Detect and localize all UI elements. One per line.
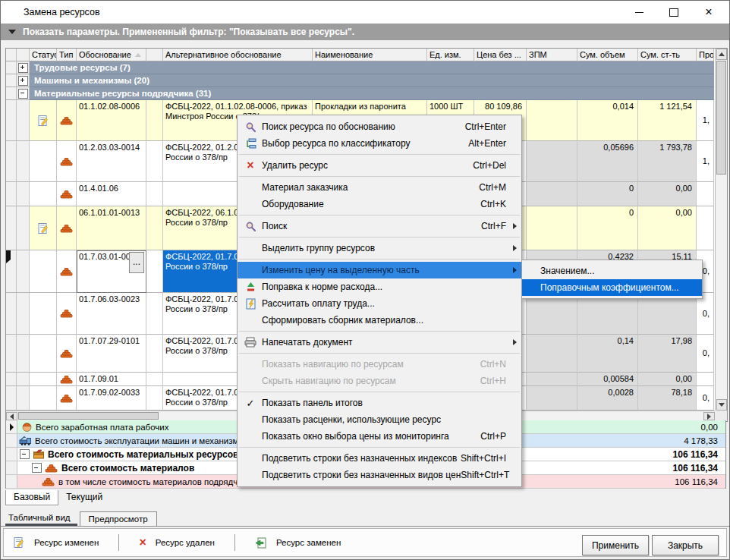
cell-code[interactable]: 01.7.06.03-0023 bbox=[77, 293, 146, 335]
menu-item-show-monitoring-price-window[interactable]: Показать окно выбора цены из мониторинга… bbox=[238, 428, 521, 445]
menu-item-select-group[interactable]: Выделить группу ресурсов bbox=[238, 240, 521, 256]
group-label: Материальные ресурсы подрядчика (31) bbox=[30, 87, 714, 100]
group-row-machines[interactable]: Машины и механизмы (20) bbox=[6, 74, 714, 87]
cell-code[interactable]: 01.7.07.29-0101 bbox=[77, 335, 146, 373]
submenu-item-by-value[interactable]: Значением... bbox=[522, 263, 702, 279]
maximize-button[interactable] bbox=[656, 1, 691, 24]
tab-table-view[interactable]: Табличный вид bbox=[5, 510, 77, 526]
resource-modified-icon bbox=[37, 115, 49, 127]
close-dialog-button[interactable]: Закрыть bbox=[652, 535, 719, 555]
submenu-item-by-coefficient[interactable]: Поправочным коэффициентом... bbox=[522, 279, 702, 296]
menu-item-equipment[interactable]: Оборудование Ctrl+K bbox=[238, 196, 521, 212]
machine-icon bbox=[19, 436, 32, 445]
menu-item-search[interactable]: Поиск Ctrl+F bbox=[238, 218, 521, 234]
cell-code[interactable]: 01.7.09.02-0033 bbox=[77, 386, 146, 411]
cell-cost[interactable]: 0,00 bbox=[638, 182, 697, 206]
submenu-arrow-icon bbox=[513, 223, 517, 229]
ellipsis-button[interactable]: ... bbox=[129, 252, 144, 273]
cell-cost[interactable]: 78,18 bbox=[638, 386, 697, 411]
menu-separator bbox=[238, 212, 521, 218]
cell-cost[interactable]: 1 793,78 bbox=[638, 141, 697, 182]
cell-percent[interactable]: 1, bbox=[697, 100, 714, 141]
cell-code[interactable]: 01.1.02.08-0006 bbox=[77, 100, 146, 141]
tab-current[interactable]: Текущий bbox=[58, 490, 110, 505]
cell-volume[interactable]: 0,014 bbox=[577, 100, 638, 141]
cell-percent[interactable]: 0, bbox=[697, 293, 714, 335]
cell-percent[interactable] bbox=[697, 373, 714, 386]
group-row-labor[interactable]: Трудовые ресурсы (7) bbox=[6, 61, 714, 74]
expand-plus-icon[interactable] bbox=[18, 63, 28, 73]
cell-cost[interactable]: 0,00 bbox=[638, 206, 697, 250]
column-header-blank[interactable] bbox=[146, 49, 163, 61]
collapse-minus-icon[interactable] bbox=[32, 463, 42, 473]
cell-cost[interactable]: 1 121,54 bbox=[638, 100, 697, 141]
parameters-bar[interactable]: Показать параметры. Примененный фильтр: … bbox=[1, 24, 729, 40]
column-header-type[interactable]: Тип bbox=[57, 49, 77, 61]
close-button[interactable]: × bbox=[691, 1, 726, 24]
minimize-button[interactable] bbox=[621, 1, 656, 24]
vertical-scrollbar[interactable] bbox=[715, 49, 727, 411]
column-header-code[interactable]: Обоснование bbox=[77, 49, 146, 61]
group-row-materials[interactable]: Материальные ресурсы подрядчика (31) bbox=[6, 87, 714, 100]
cell-code[interactable]: 01.7.09.01 bbox=[77, 373, 146, 386]
cell-volume[interactable]: 0,05696 bbox=[577, 141, 638, 182]
tab-preview[interactable]: Предпросмотр bbox=[80, 511, 157, 526]
scroll-up-button[interactable] bbox=[716, 49, 727, 60]
cell-cost[interactable] bbox=[638, 293, 697, 335]
scroll-down-button[interactable] bbox=[716, 399, 727, 411]
menu-item-highlight-no-indexes[interactable]: Подсветить строки без назначенных индекс… bbox=[238, 450, 521, 467]
cell-code[interactable]: 01.2.03.03-0014 bbox=[77, 141, 146, 182]
column-header-status[interactable]: Статус bbox=[30, 49, 57, 61]
column-header-unit[interactable]: Ед. изм. bbox=[427, 49, 474, 61]
cell-code-editor[interactable]: 01.7.03.01-00 ... bbox=[77, 250, 146, 293]
cell-volume[interactable]: 0,0028 bbox=[577, 386, 638, 411]
cell-percent[interactable]: 1, bbox=[697, 141, 714, 182]
column-header-name[interactable]: Наименование bbox=[313, 49, 427, 61]
material-bricks-icon bbox=[45, 464, 58, 473]
view-tabs: Табличный вид Предпросмотр bbox=[1, 507, 729, 527]
cell-code[interactable]: 01.4.01.06 bbox=[77, 182, 146, 206]
menu-item-print-document[interactable]: Напечатать документ bbox=[238, 334, 521, 351]
cell-percent[interactable] bbox=[697, 182, 714, 206]
column-header-alt[interactable]: Альтернативное обоснование bbox=[163, 49, 313, 61]
column-header-volume[interactable]: Сум. объем bbox=[577, 49, 638, 61]
scroll-left-button[interactable] bbox=[6, 412, 17, 420]
cell-percent[interactable]: 0, bbox=[697, 386, 714, 411]
cell-percent[interactable]: 0, bbox=[697, 335, 714, 373]
menu-item-calc-wages[interactable]: Рассчитать оплату труда... bbox=[238, 295, 521, 312]
submenu-arrow-icon bbox=[513, 245, 517, 251]
menu-item-delete-resource[interactable]: × Удалить ресурс Ctrl+Del bbox=[238, 157, 521, 174]
column-header-percent[interactable]: Проце bbox=[697, 49, 714, 61]
column-header-price[interactable]: Цена без ... bbox=[474, 49, 527, 61]
cell-volume[interactable]: 0,14 bbox=[577, 335, 638, 373]
horizontal-scroll-thumb[interactable] bbox=[18, 412, 159, 420]
menu-item-norm-correction[interactable]: Поправка к норме расхода... bbox=[238, 278, 521, 295]
menu-item-show-rates-using-resource[interactable]: Показать расценки, использующие ресурс bbox=[238, 411, 521, 428]
menu-item-change-price[interactable]: Изменить цену на выделенную часть bbox=[238, 262, 521, 278]
cell-volume[interactable] bbox=[577, 293, 638, 335]
material-bricks-icon bbox=[42, 477, 55, 486]
cell-percent[interactable] bbox=[697, 206, 714, 250]
menu-item-customer-material[interactable]: Материал заказчика Ctrl+M bbox=[238, 179, 521, 196]
collapse-minus-icon[interactable] bbox=[18, 89, 28, 99]
cell-volume[interactable]: 0 bbox=[577, 182, 638, 206]
apply-button[interactable]: Применить bbox=[582, 535, 649, 555]
cell-cost[interactable]: 17,98 bbox=[638, 335, 697, 373]
menu-item-show-totals-panel[interactable]: ✓ Показать панель итогов bbox=[238, 395, 521, 411]
menu-item-select-by-classifier[interactable]: Выбор ресурса по классификатору Alt+Ente… bbox=[238, 135, 521, 152]
tab-base[interactable]: Базовый bbox=[5, 490, 58, 505]
menu-item-highlight-no-price-types[interactable]: Подсветить строки без назначенных видов … bbox=[238, 467, 521, 483]
material-bricks-icon bbox=[60, 190, 74, 199]
menu-item-search-by-code[interactable]: Поиск ресурса по обоснованию Ctrl+Enter bbox=[238, 118, 521, 135]
scroll-right-button[interactable] bbox=[703, 412, 715, 420]
column-header-zpm[interactable]: ЗПМ bbox=[527, 49, 577, 61]
cell-volume[interactable]: 0 bbox=[577, 206, 638, 250]
menu-item-build-materials-collection[interactable]: Сформировать сборник материалов... bbox=[238, 312, 521, 329]
column-header-cost[interactable]: Сум. ст-ть bbox=[638, 49, 697, 61]
cell-volume[interactable]: 0,00584 bbox=[577, 373, 638, 386]
expand-plus-icon[interactable] bbox=[18, 76, 28, 86]
collapse-minus-icon[interactable] bbox=[20, 449, 30, 459]
vertical-scroll-thumb[interactable] bbox=[716, 61, 726, 175]
cell-cost[interactable]: 0,00 bbox=[638, 373, 697, 386]
cell-code[interactable]: 06.1.01.01-0013 bbox=[77, 206, 146, 250]
